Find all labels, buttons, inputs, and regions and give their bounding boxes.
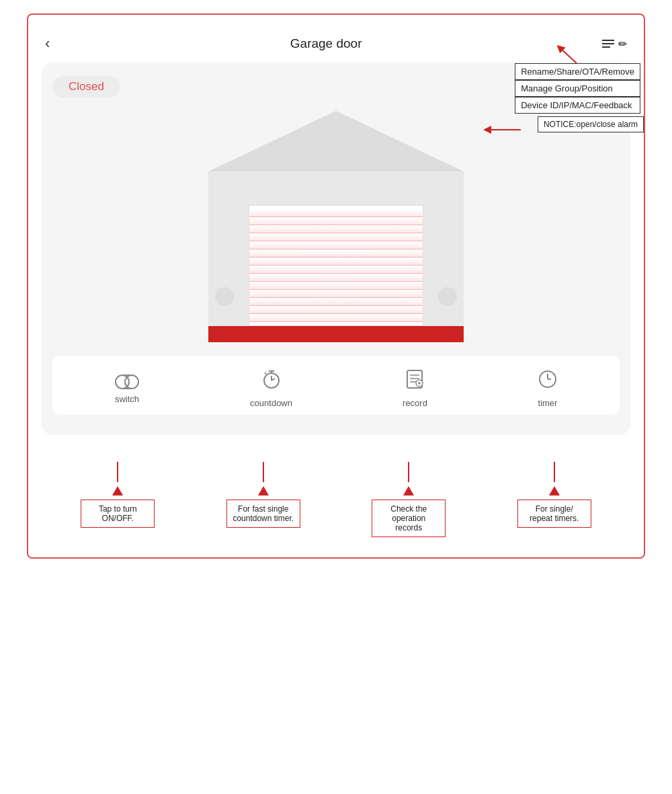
door-slat <box>249 282 423 290</box>
dropdown-item-2: Manage Group/Position <box>515 80 640 97</box>
action-switch[interactable]: switch <box>114 374 140 404</box>
header-right: ✏ Rename/Share/OTA/Remove Ma <box>602 38 627 50</box>
switch-label: switch <box>115 394 139 404</box>
app-card: Closed 🔔 NOTICE:open/close alarm <box>42 63 630 435</box>
left-bump <box>215 287 234 306</box>
menu-pencil-button[interactable]: ✏ <box>602 38 627 50</box>
notice-annotation: NOTICE:open/close alarm <box>538 116 644 132</box>
back-button[interactable]: ‹ <box>45 35 50 52</box>
countdown-annotation: For fast single countdown timer. <box>226 462 300 528</box>
switch-annot-box: Tap to turn ON/OFF. <box>81 500 155 528</box>
countdown-arrow-head <box>258 486 269 495</box>
house-shape <box>208 111 464 342</box>
timer-arrow-head <box>549 486 560 495</box>
action-record[interactable]: record <box>403 369 427 408</box>
svg-line-13 <box>265 372 266 374</box>
action-timer[interactable]: timer <box>538 369 558 408</box>
house-body <box>208 171 464 326</box>
dropdown-menu-container: Rename/Share/OTA/Remove Manage Group/Pos… <box>515 63 640 114</box>
door-slat <box>249 306 423 314</box>
record-annotation: Check the operation records <box>372 462 446 537</box>
timer-label: timer <box>538 398 558 408</box>
notice-box: NOTICE:open/close alarm <box>538 116 644 132</box>
ground-bar <box>208 326 464 342</box>
header: ‹ Garage door ✏ <box>42 28 630 63</box>
annotations-section: Tap to turn ON/OFF. For fast single coun… <box>42 455 630 544</box>
svg-point-5 <box>125 375 138 389</box>
pencil-icon: ✏ <box>618 38 627 50</box>
action-countdown[interactable]: countdown <box>250 369 292 408</box>
countdown-icon <box>261 369 282 394</box>
door-slat <box>249 249 423 257</box>
timer-arrow-line <box>554 462 555 482</box>
timer-annotation: For single/ repeat timers. <box>517 462 591 528</box>
door-slat <box>249 209 423 217</box>
door-slat <box>249 274 423 282</box>
status-label: Closed <box>52 76 120 97</box>
switch-arrow-head <box>112 486 123 495</box>
door-slat <box>249 217 423 225</box>
countdown-annot-box: For fast single countdown timer. <box>226 500 300 528</box>
door-slat <box>249 298 423 306</box>
dropdown-item-3: Device ID/IP/MAC/Feedback <box>515 97 640 114</box>
door-slat <box>249 257 423 266</box>
door-slat <box>249 266 423 274</box>
record-arrow-head <box>403 486 414 495</box>
page-title: Garage door <box>290 36 362 51</box>
garage-illustration <box>52 111 620 342</box>
annotations-row: Tap to turn ON/OFF. For fast single coun… <box>48 462 624 537</box>
door-slat <box>249 233 423 241</box>
arrow-to-menu <box>553 44 580 67</box>
countdown-label: countdown <box>250 398 292 408</box>
record-arrow-line <box>408 462 409 482</box>
right-bump <box>438 287 457 306</box>
record-label: record <box>403 398 427 408</box>
switch-icon <box>114 374 140 390</box>
switch-annotation: Tap to turn ON/OFF. <box>81 462 155 528</box>
door-slat <box>249 314 423 322</box>
timer-annot-box: For single/ repeat timers. <box>517 500 591 528</box>
timer-icon <box>538 369 558 394</box>
door-slat <box>249 241 423 249</box>
app-container: ‹ Garage door ✏ <box>27 13 645 559</box>
door-slat <box>249 290 423 298</box>
record-annot-box: Check the operation records <box>372 500 446 537</box>
svg-line-1 <box>560 48 577 63</box>
door-slat <box>249 225 423 233</box>
countdown-arrow-line <box>263 462 264 482</box>
arrow-to-bell <box>484 120 524 140</box>
switch-arrow-line <box>117 462 118 482</box>
actions-row: switch countdown <box>52 356 620 415</box>
menu-lines-icon <box>602 40 614 48</box>
roof <box>208 111 464 171</box>
garage-door <box>249 205 423 326</box>
record-icon <box>405 369 424 394</box>
